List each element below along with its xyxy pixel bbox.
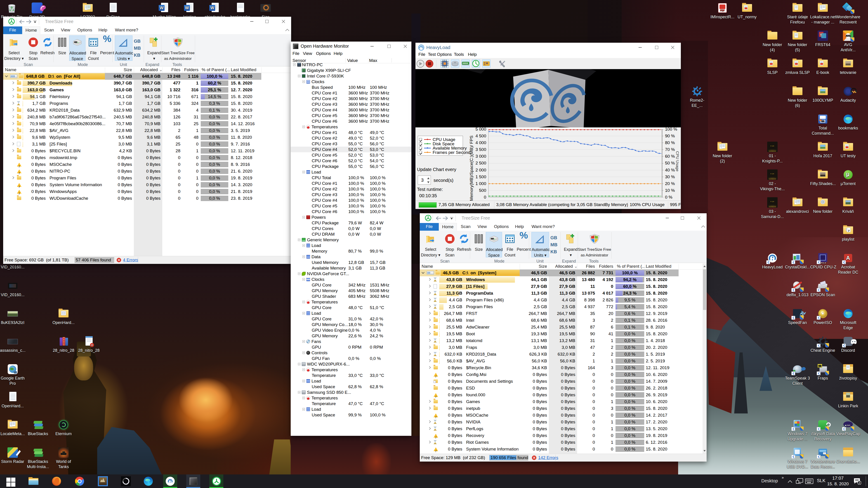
svg-text:2: 2 <box>859 481 860 485</box>
